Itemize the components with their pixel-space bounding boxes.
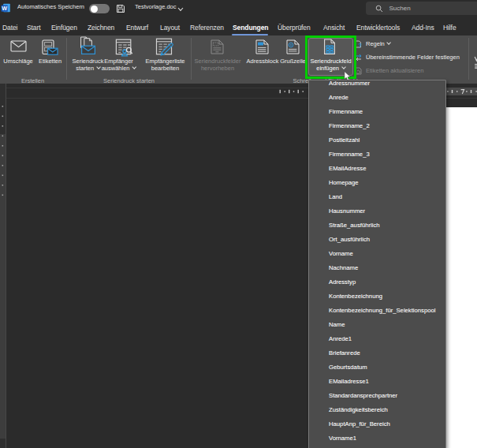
svg-text:?: ? bbox=[359, 43, 362, 48]
svg-text:W: W bbox=[2, 5, 7, 12]
